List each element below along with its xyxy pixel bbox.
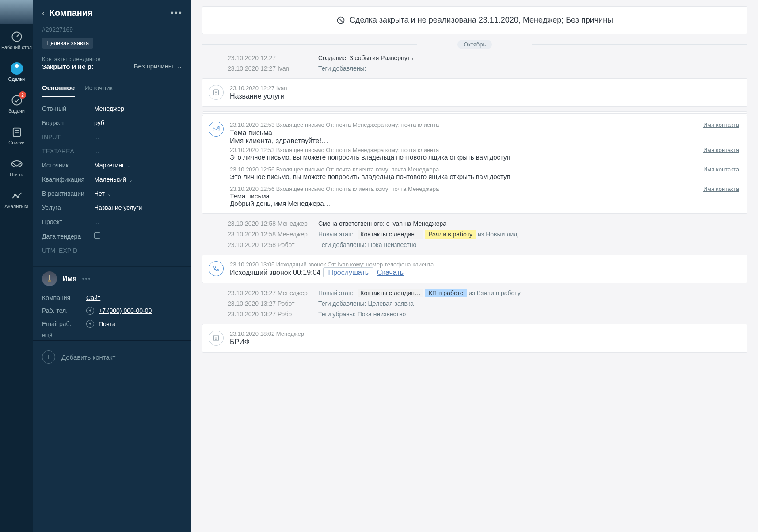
note-icon <box>209 331 224 346</box>
pipeline-label: Контакты с лендингов <box>42 56 183 62</box>
rail-dashboard[interactable]: Рабочий стол <box>0 24 33 56</box>
mail-icon <box>11 158 23 170</box>
avatar[interactable] <box>0 0 33 24</box>
field-row[interactable]: ИсточникМаркетинг⌄ <box>33 158 191 172</box>
rail-lists[interactable]: Списки <box>0 120 33 152</box>
note-icon <box>209 85 224 100</box>
nav-rail: Рабочий стол Сделки 2 Задачи Списки Почт… <box>0 0 33 532</box>
rail-mail[interactable]: Почта <box>0 152 33 183</box>
svg-rect-2 <box>13 128 20 137</box>
field-row[interactable]: Дата тендера <box>33 229 191 243</box>
phone-icon <box>209 261 224 276</box>
stage-badge: Взяли в работу <box>425 230 476 239</box>
note-card[interactable]: 23.10.2020 12:27 Ivan Название услуги <box>202 78 747 107</box>
status-selector[interactable]: Закрыто и не р: Без причины ⌄ <box>42 62 183 73</box>
contact-link[interactable]: Имя контакта <box>703 166 739 173</box>
more-menu-icon[interactable]: ••• <box>171 8 183 18</box>
deal-id: #29227169 <box>33 26 191 33</box>
svg-rect-6 <box>49 275 50 280</box>
field-row[interactable]: КвалификацияМаленький⌄ <box>33 172 191 186</box>
field-row[interactable]: Отв-ныйМенеджер <box>33 102 191 116</box>
tab-main[interactable]: Основное <box>42 84 75 97</box>
field-row[interactable]: Проект... <box>33 215 191 229</box>
list-icon <box>11 126 23 138</box>
rail-tasks[interactable]: 2 Задачи <box>0 88 33 120</box>
email-thread-card[interactable]: Имя контакта 23.10.2020 12:53 Входящее п… <box>202 115 747 214</box>
calendar-icon <box>94 232 100 239</box>
chevron-down-icon: ⌄ <box>177 62 183 70</box>
timeline-row: 23.10.2020 12:27 IvanТеги добавлены: <box>191 63 758 74</box>
download-link[interactable]: Скачать <box>377 269 404 276</box>
plus-icon: + <box>42 350 55 364</box>
contact-value[interactable]: +7 (000) 000-00-00 <box>99 307 152 314</box>
field-row[interactable]: UTM_EXPID <box>33 243 191 258</box>
rail-deals[interactable]: Сделки <box>0 56 33 88</box>
timeline-row: 23.10.2020 13:27 МенеджерНовый этап: Кон… <box>191 288 758 298</box>
field-row[interactable]: В реактивацииНет⌄ <box>33 186 191 201</box>
timeline-row: 23.10.2020 12:58 РоботТеги добавлены: По… <box>191 239 758 250</box>
month-separator: Октябрь <box>191 40 758 48</box>
chevron-down-icon: ⌄ <box>127 163 131 168</box>
field-row[interactable]: Бюджетруб <box>33 116 191 130</box>
contact-value[interactable]: Почта <box>99 320 116 327</box>
tab-source[interactable]: Источник <box>84 84 113 97</box>
tasks-badge: 2 <box>19 91 26 99</box>
contact-row: КомпанияСайт <box>33 292 191 304</box>
timeline-row: 23.10.2020 12:58 МенеджерСмена ответстве… <box>191 218 758 229</box>
gauge-icon <box>11 30 23 43</box>
contact-link[interactable]: Имя контакта <box>703 122 739 128</box>
contact-more-link[interactable]: ещё <box>33 331 191 340</box>
deal-closed-banner: Сделка закрыта и не реализована 23.11.20… <box>202 6 747 34</box>
add-icon[interactable]: + <box>86 320 94 328</box>
timeline-row: 23.10.2020 12:27Создание: 3 события Разв… <box>191 53 758 63</box>
field-row[interactable]: TEXTAREA... <box>33 144 191 158</box>
rail-analytics[interactable]: Аналитика <box>0 183 33 215</box>
add-contact-button[interactable]: + Добавить контакт <box>33 340 191 373</box>
contact-more-icon[interactable]: ••• <box>82 275 91 282</box>
email-sub[interactable]: Имя контакта23.10.2020 12:56 Входящее пи… <box>230 166 739 180</box>
contact-value[interactable]: Сайт <box>86 294 100 301</box>
mail-in-icon <box>209 122 224 137</box>
expand-link[interactable]: Развернуть <box>381 54 413 61</box>
timeline-row: 23.10.2020 12:58 МенеджерНовый этап: Кон… <box>191 229 758 239</box>
field-row[interactable]: УслугаНазвание услуги <box>33 201 191 215</box>
contact-avatar-icon <box>42 271 57 286</box>
stage-badge: КП в работе <box>425 289 467 297</box>
deal-tag[interactable]: Целевая заявка <box>42 38 93 49</box>
fields-block: Отв-ныйМенеджерБюджетрубINPUT...TEXTAREA… <box>33 97 191 262</box>
analytics-icon <box>11 190 23 202</box>
back-icon[interactable]: ‹ <box>42 8 45 18</box>
contact-link[interactable]: Имя контакта <box>703 186 739 192</box>
contact-name[interactable]: Имя <box>62 275 77 283</box>
timeline-row: 23.10.2020 13:27 РоботТеги убраны: Пока … <box>191 309 758 319</box>
note-card[interactable]: 23.10.2020 18:02 Менеджер БРИФ <box>202 324 747 353</box>
contact-header: Имя ••• <box>33 271 191 292</box>
email-sub[interactable]: Имя контакта23.10.2020 12:56 Входящее пи… <box>230 186 739 207</box>
add-icon[interactable]: + <box>86 307 94 315</box>
deals-icon <box>11 62 23 75</box>
company-title[interactable]: Компания <box>50 8 93 18</box>
email-sub[interactable]: Имя контакта23.10.2020 12:53 Входящее пи… <box>230 147 739 161</box>
prohibited-icon <box>336 16 345 25</box>
chevron-down-icon: ⌄ <box>107 191 111 197</box>
timeline-row: 23.10.2020 13:27 РоботТеги добавлены: Це… <box>191 298 758 309</box>
sidebar-tabs: Основное Источник <box>33 78 191 97</box>
chevron-down-icon: ⌄ <box>129 177 133 182</box>
call-card[interactable]: 23.10.2020 13:05 Исходящий звонок От: Iv… <box>202 255 747 283</box>
contact-row: Email раб.+Почта <box>33 317 191 331</box>
field-row[interactable]: INPUT... <box>33 130 191 144</box>
timeline: Сделка закрыта и не реализована 23.11.20… <box>191 0 758 532</box>
listen-button[interactable]: Прослушать <box>323 267 373 277</box>
contact-link[interactable]: Имя контакта <box>703 147 739 153</box>
contact-row: Раб. тел.++7 (000) 000-00-00 <box>33 304 191 317</box>
deal-sidebar: ‹ Компания ••• #29227169 Целевая заявка … <box>33 0 191 532</box>
svg-rect-7 <box>48 280 51 282</box>
